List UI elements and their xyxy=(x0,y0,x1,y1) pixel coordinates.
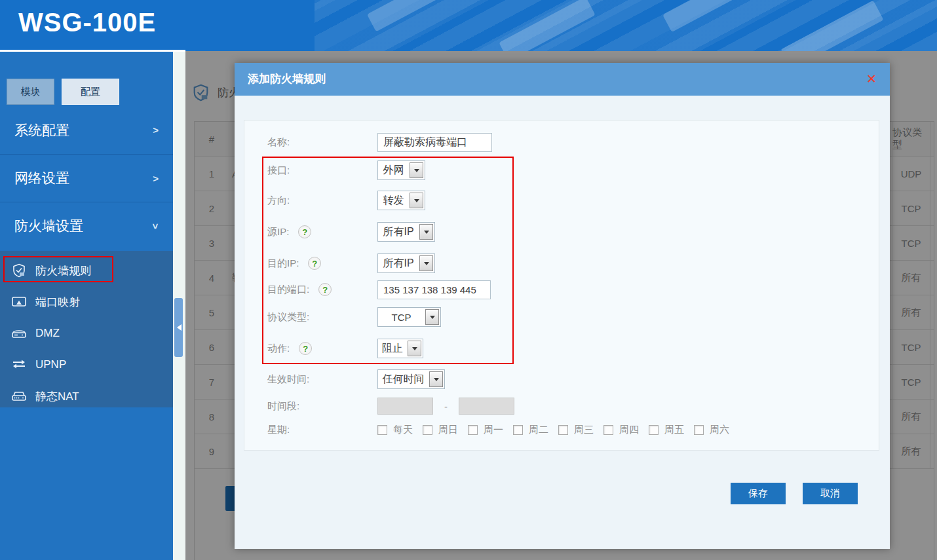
app-window: WSG-100E 模块 配置 系统配置 > 网络设置 > 防火墙设置 > xyxy=(0,0,937,560)
weekday-checkbox[interactable] xyxy=(513,425,523,435)
sidebar-item-dmz[interactable]: DMZ xyxy=(0,318,173,349)
name-input[interactable] xyxy=(377,133,492,152)
sidebar-tabs: 模块 配置 xyxy=(7,79,119,105)
chevron-right-icon: > xyxy=(153,173,159,184)
sidebar-filler xyxy=(0,407,173,560)
sidebar: 模块 配置 系统配置 > 网络设置 > 防火墙设置 > xyxy=(0,51,173,560)
dropdown-arrow-icon xyxy=(419,224,433,240)
help-icon[interactable]: ? xyxy=(299,342,312,355)
sidebar-collapse-handle[interactable] xyxy=(174,298,183,357)
sidebar-item-firewall-settings[interactable]: 防火墙设置 > xyxy=(0,202,173,250)
sidebar-item-network-settings[interactable]: 网络设置 > xyxy=(0,154,173,202)
weekday-item: 周四 xyxy=(603,424,639,436)
sidebar-item-firewall-rules[interactable]: 防火墙规则 xyxy=(0,255,173,286)
menu-label: 防火墙设置 xyxy=(14,217,83,235)
submenu-label: UPNP xyxy=(35,358,66,371)
dst-ip-select[interactable]: 所有IP xyxy=(377,253,435,273)
period-label: 时间段: xyxy=(267,400,299,413)
swap-arrows-icon xyxy=(10,358,28,372)
dialog-title: 添加防火墙规则 xyxy=(248,63,326,96)
menu-label: 系统配置 xyxy=(14,121,69,140)
chevron-left-icon xyxy=(174,324,182,331)
interface-select[interactable]: 外网 xyxy=(377,160,425,180)
src-ip-select[interactable]: 所有IP xyxy=(377,222,435,242)
weekday-label: 每天 xyxy=(393,424,413,436)
sidebar-item-upnp[interactable]: UPNP xyxy=(0,349,173,381)
submenu-label: 静态NAT xyxy=(35,389,79,404)
action-value: 阻止 xyxy=(378,342,407,356)
dropdown-arrow-icon xyxy=(408,341,421,356)
firewall-submenu: 防火墙规则 端口映射 xyxy=(0,251,173,417)
protocol-select[interactable]: TCP xyxy=(377,307,441,327)
sidebar-gutter xyxy=(173,51,185,560)
direction-value: 转发 xyxy=(378,194,409,208)
dialog-header: 添加防火墙规则 ✕ xyxy=(235,63,890,96)
dropdown-arrow-icon xyxy=(425,309,439,325)
form-row-direction: 方向: 转发 xyxy=(267,190,425,211)
tab-config[interactable]: 配置 xyxy=(62,79,119,105)
help-icon[interactable]: ? xyxy=(298,225,311,238)
weekday-checkbox[interactable] xyxy=(558,425,568,435)
tab-module[interactable]: 模块 xyxy=(7,79,54,105)
dst-port-label: 目的端口: xyxy=(267,284,309,296)
weekday-label: 周六 xyxy=(710,424,729,436)
header-divider xyxy=(0,50,185,52)
src-ip-label: 源IP: xyxy=(267,226,289,238)
menu-label: 网络设置 xyxy=(14,169,69,187)
weekday-label: 周四 xyxy=(619,424,639,436)
weekday-checkbox[interactable] xyxy=(377,425,387,435)
form-row-protocol: 协议类型: TCP xyxy=(267,307,441,327)
form-row-interface: 接口: 外网 xyxy=(267,160,425,181)
dst-ip-value: 所有IP xyxy=(378,257,419,271)
save-button[interactable]: 保存 xyxy=(731,483,786,504)
close-icon[interactable]: ✕ xyxy=(866,71,877,87)
form-row-dst-port: 目的端口: ? xyxy=(267,279,491,300)
router-icon xyxy=(10,326,28,341)
protocol-value: TCP xyxy=(378,312,425,323)
week-label: 星期: xyxy=(267,424,290,436)
weekday-checkbox[interactable] xyxy=(694,425,704,435)
form-row-week: 星期: 每天 周日 周一 周二 xyxy=(267,419,729,440)
effective-time-value: 任何时间 xyxy=(378,373,429,386)
form-row-name: 名称: xyxy=(267,132,492,153)
weekday-checkbox[interactable] xyxy=(603,425,613,435)
weekday-item: 周六 xyxy=(694,424,729,436)
cancel-button[interactable]: 取消 xyxy=(803,483,858,504)
product-logo: WSG-100E xyxy=(18,8,156,37)
weekday-checkbox[interactable] xyxy=(649,425,659,435)
effective-time-select[interactable]: 任何时间 xyxy=(377,369,445,389)
dropdown-arrow-icon xyxy=(429,371,443,387)
dropdown-arrow-icon xyxy=(419,255,433,271)
form-row-action: 动作: ? 阻止 xyxy=(267,338,423,359)
period-start-input[interactable] xyxy=(377,398,433,415)
period-end-input[interactable] xyxy=(459,398,514,415)
weekday-checkbox[interactable] xyxy=(468,425,478,435)
weekday-checkbox[interactable] xyxy=(423,425,432,435)
name-label: 名称: xyxy=(267,136,290,149)
sidebar-menu: 系统配置 > 网络设置 > 防火墙设置 > xyxy=(0,106,173,250)
help-icon[interactable]: ? xyxy=(308,257,321,270)
weekday-label: 周一 xyxy=(484,424,503,436)
weekday-item: 周二 xyxy=(513,424,548,436)
interface-label: 接口: xyxy=(267,164,290,177)
weekday-checkbox-group: 每天 周日 周一 周二 周三 xyxy=(377,424,729,436)
dst-port-input[interactable] xyxy=(377,280,491,299)
period-separator: - xyxy=(444,401,448,412)
direction-label: 方向: xyxy=(267,195,290,207)
dst-ip-label: 目的IP: xyxy=(267,257,299,270)
sidebar-item-system-config[interactable]: 系统配置 > xyxy=(0,106,173,154)
weekday-item: 每天 xyxy=(377,424,413,436)
action-label: 动作: xyxy=(267,343,290,355)
direction-select[interactable]: 转发 xyxy=(377,191,425,210)
sidebar-item-port-mapping[interactable]: 端口映射 xyxy=(0,286,173,318)
weekday-label: 周五 xyxy=(664,424,684,436)
hard-drive-icon xyxy=(10,389,28,403)
interface-value: 外网 xyxy=(378,164,409,177)
chevron-right-icon: > xyxy=(153,124,159,136)
weekday-label: 周三 xyxy=(574,424,594,436)
protocol-label: 协议类型: xyxy=(267,311,309,324)
action-select[interactable]: 阻止 xyxy=(377,339,423,358)
help-icon[interactable]: ? xyxy=(318,283,332,296)
weekday-label: 周二 xyxy=(529,424,548,436)
src-ip-value: 所有IP xyxy=(378,225,419,239)
